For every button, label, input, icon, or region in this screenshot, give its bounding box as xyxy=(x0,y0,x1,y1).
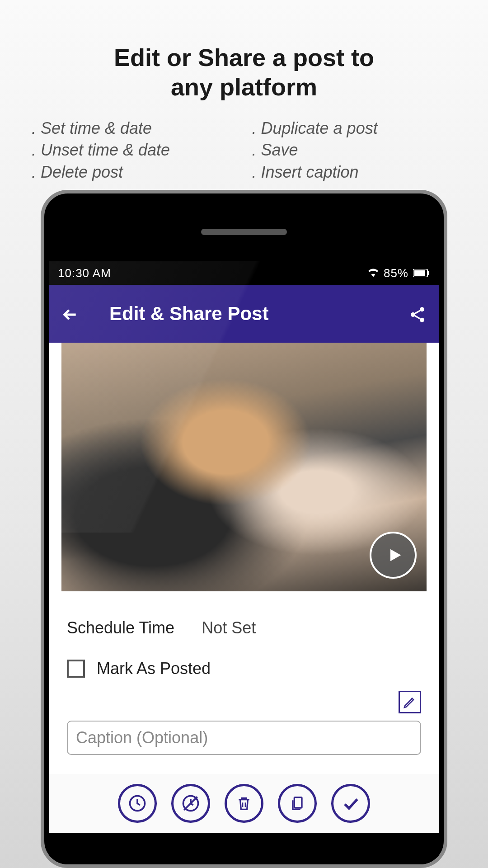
save-button[interactable] xyxy=(331,784,370,823)
promo-title-line2: any platform xyxy=(171,73,317,100)
unset-time-button[interactable] xyxy=(171,784,210,823)
delete-button[interactable] xyxy=(225,784,263,823)
caption-placeholder: Caption (Optional) xyxy=(76,728,208,747)
battery-icon xyxy=(413,266,430,280)
promo-title: Edit or Share a post to any platform xyxy=(0,0,488,102)
svg-point-5 xyxy=(420,318,424,322)
set-time-button[interactable] xyxy=(118,784,157,823)
page-title: Edit & Share Post xyxy=(102,303,408,325)
mark-posted-row[interactable]: Mark As Posted xyxy=(49,646,439,691)
feature-item: . Insert caption xyxy=(252,161,457,184)
schedule-label: Schedule Time xyxy=(67,618,174,637)
wifi-icon xyxy=(367,266,379,280)
feature-item: . Set time & date xyxy=(32,118,236,140)
caption-area: Caption (Optional) xyxy=(49,691,439,764)
phone-frame: 10:30 AM 85% Edit & Share Post xyxy=(41,190,447,868)
feature-item: . Duplicate a post xyxy=(252,118,457,140)
schedule-value: Not Set xyxy=(202,618,256,637)
post-image[interactable] xyxy=(61,343,427,591)
promo-features: . Set time & date . Unset time & date . … xyxy=(0,102,488,184)
status-right: 85% xyxy=(367,266,430,280)
app-body: Schedule Time Not Set Mark As Posted Cap… xyxy=(49,343,439,833)
duplicate-button[interactable] xyxy=(278,784,317,823)
app-header: Edit & Share Post xyxy=(49,285,439,343)
mark-posted-checkbox[interactable] xyxy=(67,660,85,678)
svg-rect-2 xyxy=(428,271,429,275)
svg-rect-1 xyxy=(414,270,425,276)
promo-features-left: . Set time & date . Unset time & date . … xyxy=(32,118,236,184)
status-time: 10:30 AM xyxy=(58,266,111,280)
promo-title-line1: Edit or Share a post to xyxy=(114,44,374,71)
promo-features-right: . Duplicate a post . Save . Insert capti… xyxy=(236,118,457,184)
feature-item: . Unset time & date xyxy=(32,139,236,161)
share-button[interactable] xyxy=(408,306,427,326)
back-button[interactable] xyxy=(61,306,80,326)
schedule-time-row[interactable]: Schedule Time Not Set xyxy=(49,591,439,646)
status-bar: 10:30 AM 85% xyxy=(49,261,439,285)
svg-point-4 xyxy=(411,312,415,317)
svg-rect-8 xyxy=(294,797,302,808)
phone-speaker xyxy=(201,229,287,235)
feature-item: . Save xyxy=(252,139,457,161)
bottom-toolbar xyxy=(49,774,439,833)
edit-caption-button[interactable] xyxy=(399,691,421,713)
feature-item: . Delete post xyxy=(32,161,236,184)
mark-posted-label: Mark As Posted xyxy=(97,659,211,678)
battery-percent: 85% xyxy=(384,266,408,280)
phone-screen: 10:30 AM 85% Edit & Share Post xyxy=(49,261,439,864)
play-button[interactable] xyxy=(370,532,417,579)
caption-input[interactable]: Caption (Optional) xyxy=(67,721,421,755)
svg-point-3 xyxy=(420,307,424,311)
